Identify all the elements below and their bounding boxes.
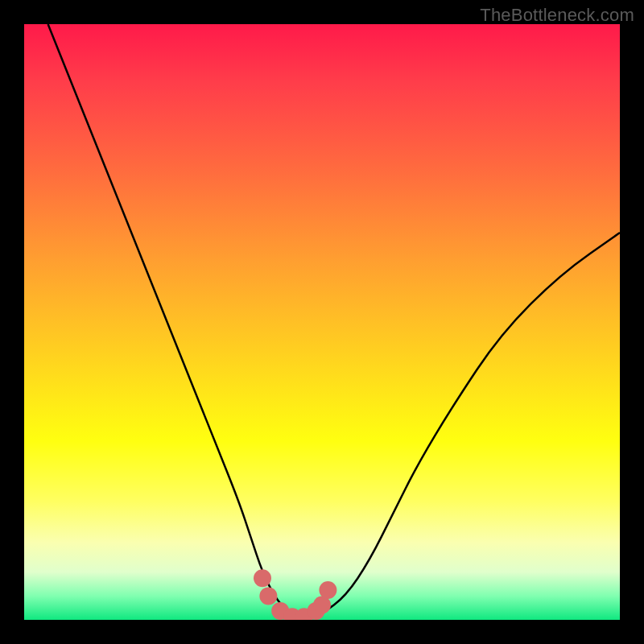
highlight-dot — [259, 587, 277, 605]
bottleneck-curve — [48, 24, 620, 617]
chart-svg — [24, 24, 620, 620]
watermark-text: TheBottleneck.com — [480, 5, 634, 26]
highlight-dot — [319, 581, 336, 599]
highlight-dot — [254, 569, 271, 587]
highlight-dots — [254, 569, 336, 620]
chart-background — [24, 24, 620, 620]
